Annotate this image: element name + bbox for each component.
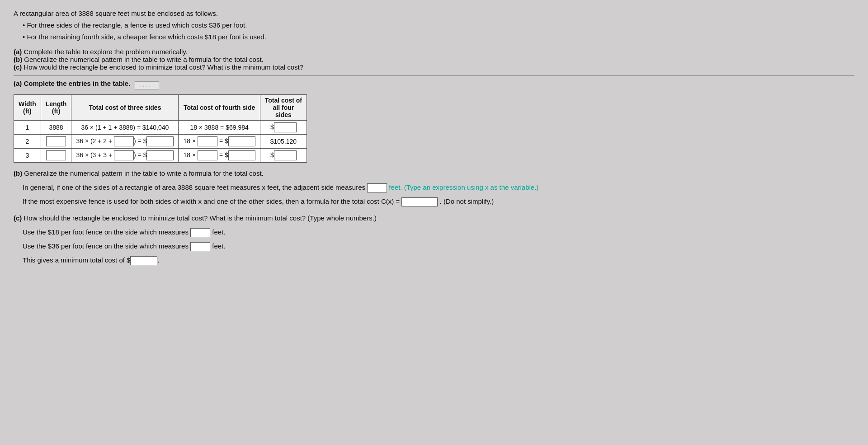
parts-overview: (a) Complete the table to explore the pr… — [14, 48, 854, 71]
table-row: 1 3888 36 × (1 + 1 + 3888) = $140,040 18… — [14, 121, 307, 135]
part-b-overview: (b) Generalize the numerical pattern in … — [14, 56, 854, 63]
row2-width: 2 — [14, 135, 41, 149]
part-b-section: (b) Generalize the numerical pattern in … — [14, 167, 854, 207]
part-a-header: (a) Complete the entries in the table. — [14, 80, 130, 87]
part-c-overview: (c) How would the rectangle be enclosed … — [14, 63, 854, 71]
part-b-header: (b) Generalize the numerical pattern in … — [14, 167, 854, 179]
part-a-overview: (a) Complete the table to explore the pr… — [14, 48, 854, 56]
row3-length — [41, 149, 71, 163]
row1-length: 3888 — [41, 121, 71, 135]
col-length: Length(ft) — [41, 95, 71, 121]
table-row: 3 36 × (3 + 3 + ) = $ 18 × = $ $ — [14, 149, 307, 163]
row2-length — [41, 135, 71, 149]
part-b-line2: If the most expensive fence is used for … — [23, 195, 854, 207]
col-three-sides: Total cost of three sides — [71, 95, 179, 121]
hint-dots: ..... — [135, 81, 159, 89]
part-c-header: (c) How should the rectangle be enclosed… — [14, 212, 854, 224]
intro-bullet2: • For the remaining fourth side, a cheap… — [23, 32, 854, 42]
intro-line1: A rectangular area of 3888 square feet m… — [14, 8, 854, 19]
row3-fourth-input[interactable] — [198, 150, 217, 160]
row2-fourth-result[interactable] — [228, 136, 255, 146]
total-cost-formula-input[interactable] — [401, 197, 438, 206]
col-total: Total cost ofall foursides — [260, 95, 307, 121]
min-cost-input[interactable] — [130, 256, 157, 265]
table-row: 2 36 × (2 + 2 + ) = $ 18 × = $ $105,120 — [14, 135, 307, 149]
row1-fourth-side: 18 × 3888 = $69,984 — [179, 121, 260, 135]
row2-three-sides: 36 × (2 + 2 + ) = $ — [71, 135, 179, 149]
row3-three-input[interactable] — [114, 150, 134, 160]
part-a-section: (a) Complete the entries in the table. .… — [14, 80, 854, 163]
row3-total: $ — [260, 149, 307, 163]
row3-total-input[interactable] — [274, 150, 297, 160]
row1-total-input[interactable] — [274, 122, 297, 132]
row3-width: 3 — [14, 149, 41, 163]
data-table: Width(ft) Length(ft) Total cost of three… — [14, 94, 307, 163]
expensive-fence-length-input[interactable] — [190, 242, 210, 251]
row2-three-result[interactable] — [146, 136, 174, 146]
adjacent-side-input[interactable] — [367, 183, 387, 192]
col-fourth-side: Total cost of fourth side — [179, 95, 260, 121]
row3-three-sides: 36 × (3 + 3 + ) = $ — [71, 149, 179, 163]
cheap-fence-length-input[interactable] — [190, 228, 210, 237]
row3-fourth-side: 18 × = $ — [179, 149, 260, 163]
col-width: Width(ft) — [14, 95, 41, 121]
row2-length-input[interactable] — [46, 136, 66, 146]
part-c-line3: This gives a minimum total cost of $. — [23, 254, 854, 266]
row2-fourth-input[interactable] — [198, 136, 217, 146]
part-c-line1: Use the $18 per foot fence on the side w… — [23, 226, 854, 238]
row3-fourth-result[interactable] — [228, 150, 255, 160]
row2-three-input[interactable] — [114, 136, 134, 146]
row1-width: 1 — [14, 121, 41, 135]
part-b-line1: In general, if one of the sides of a rec… — [23, 181, 854, 193]
part-c-line2: Use the $36 per foot fence on the side w… — [23, 240, 854, 252]
row2-fourth-side: 18 × = $ — [179, 135, 260, 149]
row3-three-result[interactable] — [146, 150, 174, 160]
row1-total: $ — [260, 121, 307, 135]
row3-length-input[interactable] — [46, 150, 66, 160]
row1-three-sides: 36 × (1 + 1 + 3888) = $140,040 — [71, 121, 179, 135]
part-c-section: (c) How should the rectangle be enclosed… — [14, 212, 854, 266]
row2-total: $105,120 — [260, 135, 307, 149]
intro-bullet1: • For three sides of the rectangle, a fe… — [23, 20, 854, 31]
section-divider — [14, 75, 854, 76]
problem-description: A rectangular area of 3888 square feet m… — [14, 8, 854, 42]
